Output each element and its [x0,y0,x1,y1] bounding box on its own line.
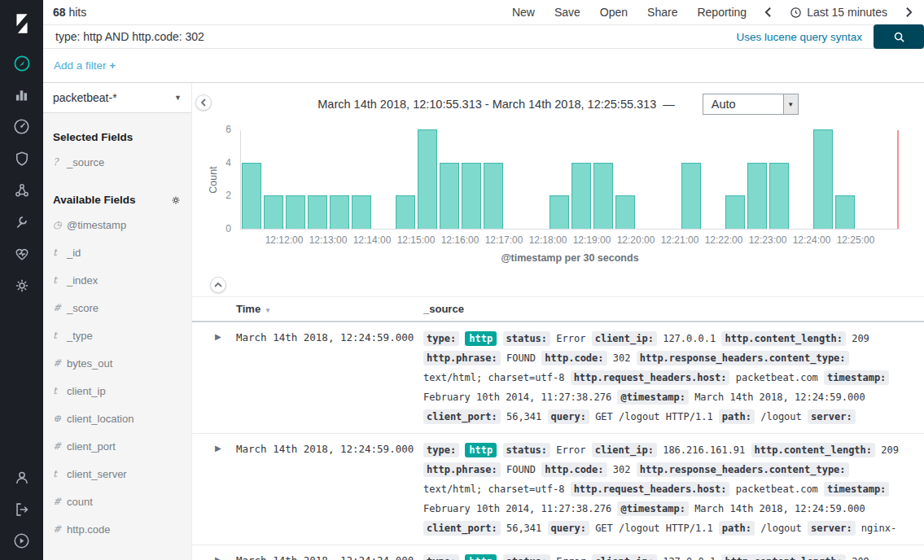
source-value: /logout [760,411,802,422]
histogram-bar[interactable] [615,195,635,229]
histogram-bar[interactable] [681,163,701,229]
logout-icon [13,501,31,518]
field-_score[interactable]: #_score [43,294,191,322]
field-_type[interactable]: t_type [43,322,191,349]
time-range-end-marker [897,130,899,229]
field-bytes_out[interactable]: #bytes_out [43,349,191,377]
nav-dev-tools[interactable] [0,206,43,238]
histogram-bar[interactable] [396,195,415,229]
nav-logout[interactable] [0,493,43,525]
expand-row-button[interactable]: ▶ [215,440,236,453]
source-field-name: http.content_length: [751,443,876,457]
x-tick-label: 12:17:00 [485,234,523,246]
nav-security[interactable] [0,142,43,174]
collapse-sidebar-button[interactable] [195,94,212,111]
index-pattern-selector[interactable]: packetbeat-* ▼ [43,83,191,113]
source-field-name: query: [548,409,589,424]
source-value: March 14th 2018, 12:24:59.000 [694,392,865,403]
nav-account[interactable] [0,462,43,493]
source-value: 302 [613,464,631,475]
topnav-open[interactable]: Open [600,6,628,19]
row-time: March 14th 2018, 12:24:59.000 [236,329,423,343]
histogram-bar[interactable] [242,163,261,229]
add-filter-link[interactable]: Add a filter + [54,59,116,72]
topnav-share[interactable]: Share [647,6,677,19]
histogram-bar[interactable] [352,195,371,229]
histogram-bar[interactable] [286,195,305,229]
histogram-bar[interactable] [418,129,437,229]
histogram-bar[interactable] [550,195,569,229]
field-name: _type [67,330,93,342]
histogram-bar[interactable] [747,163,767,229]
field-client_location[interactable]: ⊕client_location [43,405,191,432]
histogram-bar[interactable] [440,163,459,229]
x-tick-label: 12:13:00 [309,234,348,246]
time-range-label: March 14th 2018, 12:10:55.313 - March 14… [317,98,656,111]
field-name: client_ip [67,385,106,397]
histogram-bar[interactable] [571,163,591,229]
nav-visualize[interactable] [0,79,43,111]
nav-dashboard[interactable] [0,111,43,142]
nav-apm[interactable] [0,174,43,206]
interval-select[interactable]: Auto ▼ [703,94,799,115]
field-name: @timestamp [67,219,126,231]
number-type-icon: # [53,440,67,452]
topnav-new[interactable]: New [512,6,535,19]
field-_index[interactable]: t_index [43,266,191,294]
number-type-icon: # [53,357,67,369]
field-settings-gear-icon[interactable] [170,195,182,206]
histogram-bar[interactable] [725,195,745,229]
topnav-reporting[interactable]: Reporting [697,6,747,19]
nav-discover[interactable] [0,47,43,79]
histogram-bar[interactable] [484,163,503,229]
query-bar: Uses lucene query syntax [43,24,924,49]
histogram-bar[interactable] [593,163,613,229]
nav-collapse[interactable] [0,525,43,557]
kibana-app: 68 hits NewSaveOpenShareReporting Last 1… [0,0,924,560]
histogram-chart: Count 12:12:0012:13:0012:14:0012:15:0012… [192,130,924,270]
column-time[interactable]: Time▼ [236,303,423,315]
source-field-name: client_ip: [592,554,657,560]
nav-monitoring[interactable] [0,238,43,269]
field-_id[interactable]: t_id [43,238,191,266]
field-@timestamp[interactable]: ◷@timestamp [43,211,191,238]
query-input[interactable] [54,29,725,44]
field-name: client_server [67,468,127,480]
histogram-bar[interactable] [813,129,833,229]
nav-management[interactable] [0,269,43,301]
field-client_server[interactable]: tclient_server [43,460,191,488]
field-client_ip[interactable]: tclient_ip [43,377,191,405]
histogram-bar[interactable] [264,195,283,229]
string-type-icon: t [53,274,67,286]
source-value: FOUND [506,352,536,364]
discover-content: packetbeat-* ▼ Selected Fields ?_source … [43,83,924,560]
topnav-save[interactable]: Save [554,6,580,19]
time-back-button[interactable] [764,7,772,18]
expand-row-button[interactable]: ▶ [215,552,236,560]
histogram-bar[interactable] [835,195,855,229]
selected-field-_source[interactable]: ?_source [43,148,191,176]
field-count[interactable]: #count [43,488,191,515]
collapse-chart-button[interactable] [210,277,226,293]
expand-row-button[interactable]: ▶ [215,329,236,341]
histogram-bar[interactable] [330,195,349,229]
time-picker-button[interactable]: Last 15 minutes [790,6,887,19]
lucene-syntax-link[interactable]: Uses lucene query syntax [736,31,862,43]
histogram-bar[interactable] [462,163,481,229]
selected-fields-heading: Selected Fields [53,131,182,143]
histogram-bar[interactable] [769,163,789,229]
histogram-bar[interactable] [308,195,327,229]
x-tick-label: 12:25:00 [837,234,875,246]
time-forward-button[interactable] [905,7,913,18]
search-button[interactable] [874,24,924,49]
range-separator: — [663,98,675,111]
x-tick-label: 12:23:00 [749,234,787,246]
source-field-name: http.phrase: [423,462,501,477]
document-table: Time▼ _source ▶March 14th 2018, 12:24:59… [192,296,924,560]
field-http.code[interactable]: #http.code [43,515,191,543]
field-client_port[interactable]: #client_port [43,432,191,460]
kibana-logo[interactable] [0,0,43,47]
source-field-name: http.content_length: [721,331,846,346]
string-type-icon: t [53,247,67,258]
source-value: 56,341 [506,523,541,534]
